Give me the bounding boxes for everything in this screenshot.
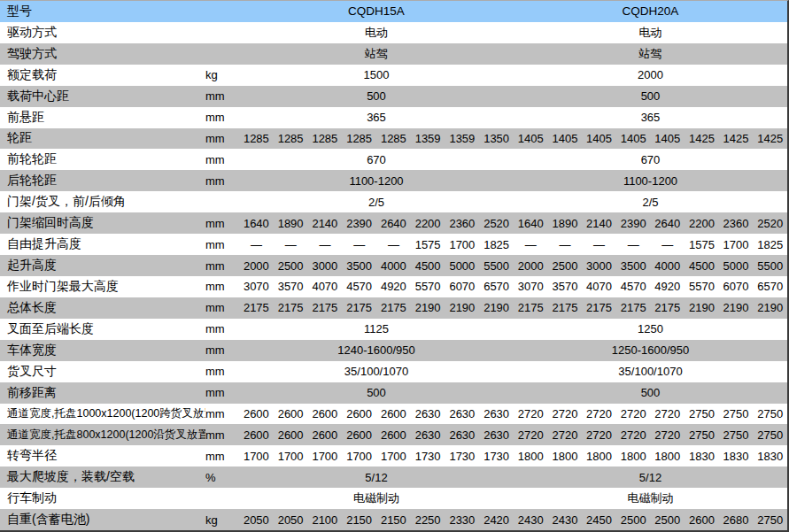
value-cell: 1640 — [514, 217, 548, 230]
value-cell: 1700 — [342, 450, 376, 463]
table-row: 车体宽度mm1240-1600/9501250-1600/950 — [0, 340, 787, 361]
value-cell: 2600 — [342, 407, 376, 420]
value-cell: 1800 — [514, 450, 548, 463]
row-label: 货叉尺寸 — [0, 364, 205, 380]
value-cell: 2520 — [753, 217, 787, 230]
value-cell: 1730 — [411, 450, 445, 463]
row-unit: mm — [205, 111, 239, 124]
values-cqdh20a: 2000 — [514, 65, 787, 86]
value-cell: 1405 — [582, 132, 616, 145]
value-cell: 1800 — [582, 450, 616, 463]
row-label: 前悬距 — [0, 110, 205, 126]
value-cell: 1405 — [548, 132, 583, 145]
value-cell: — — [651, 238, 685, 251]
table-row: 通道宽度,托盘800x1200(1200沿货叉放置)mm260026002600… — [0, 424, 787, 445]
value-cell: 1285 — [342, 132, 376, 145]
value-cell: 2000 — [514, 68, 787, 81]
row-unit: mm — [205, 343, 239, 357]
value-cell: 2630 — [445, 407, 480, 420]
spec-table: 型号 CQDH15A CQDH20A 驱动方式电动电动驾驶方式站驾站驾额定载荷k… — [0, 0, 789, 532]
value-cell: 365 — [239, 111, 514, 124]
value-cell: 2140 — [582, 217, 616, 230]
row-unit: mm — [205, 365, 239, 378]
row-unit: kg — [205, 68, 239, 81]
value-cell: — — [582, 238, 616, 251]
value-cell: 2500 — [616, 513, 651, 527]
value-cell: 5500 — [753, 259, 787, 273]
row-label: 自由提升高度 — [0, 236, 205, 252]
value-cell: 2750 — [753, 428, 787, 442]
value-cell: 2600 — [308, 428, 343, 442]
value-cell: 2600 — [308, 407, 343, 420]
value-cell: 2150 — [342, 513, 376, 527]
value-cell: 2190 — [411, 301, 445, 314]
table-row: 自由提升高度mm—————157517001825—————1575170018… — [0, 234, 787, 255]
value-cell: 2200 — [685, 217, 719, 230]
values-cqdh15a: 电动 — [239, 22, 514, 43]
row-label: 载荷中心距 — [0, 89, 205, 104]
value-cell: 2175 — [308, 301, 343, 314]
values-cqdh20a: 27202720272027202720275027502750 — [514, 404, 787, 425]
values-cqdh15a: 20002500300035004000450050005500 — [239, 255, 514, 276]
value-cell: 1830 — [753, 450, 787, 463]
value-cell: 2720 — [548, 428, 583, 442]
value-cell: 2050 — [239, 513, 274, 527]
value-cell: 2600 — [342, 428, 376, 442]
value-cell: — — [308, 238, 343, 251]
value-cell: 2390 — [616, 217, 651, 230]
value-cell: 1285 — [274, 132, 308, 145]
value-cell: — — [342, 238, 376, 251]
row-label: 门架/货叉，前/后倾角 — [0, 194, 205, 210]
value-cell: 1405 — [616, 132, 651, 145]
values-cqdh20a: 365 — [514, 107, 787, 128]
row-label: 额定载荷 — [0, 67, 205, 83]
values-cqdh15a: 670 — [239, 149, 514, 170]
value-cell: 1405 — [651, 132, 685, 145]
value-cell: 6070 — [719, 280, 754, 293]
value-cell: 2600 — [274, 428, 308, 442]
row-unit: mm — [205, 217, 239, 230]
value-cell: 2720 — [548, 407, 583, 420]
value-cell: 2175 — [376, 301, 411, 314]
values-cqdh20a: 30703570407045704920557060706570 — [514, 276, 787, 297]
row-unit: mm — [205, 301, 239, 314]
value-cell: 500 — [239, 386, 514, 399]
values-cqdh20a: 14051405140514051405142514251425 — [514, 128, 787, 150]
values-cqdh20a: 670 — [514, 149, 787, 170]
value-cell: 1425 — [753, 132, 787, 145]
table-row: 载荷中心距mm500500 — [0, 86, 787, 107]
values-cqdh20a: 500 — [514, 86, 787, 107]
values-cqdh20a: 20002500300035004000450050005500 — [514, 255, 787, 276]
value-cell: — — [239, 238, 274, 251]
value-cell: 2600 — [239, 428, 274, 442]
values-cqdh20a: 16401890214023902640220023602520 — [514, 212, 787, 234]
values-cqdh20a: 24302430245025002500260026802750 — [514, 509, 787, 530]
value-cell: 1125 — [239, 322, 514, 335]
table-row: 前悬距mm365365 — [0, 107, 787, 128]
value-cell: 2720 — [514, 407, 548, 420]
table-row: 驾驶方式站驾站驾 — [0, 43, 787, 65]
value-cell: 2600 — [685, 513, 719, 527]
value-cell: 2190 — [685, 301, 719, 314]
value-cell: 5/12 — [514, 471, 787, 484]
value-cell: 1700 — [308, 450, 343, 463]
value-cell: 500 — [239, 89, 514, 103]
values-cqdh15a: 1240-1600/950 — [239, 340, 514, 361]
value-cell: 4500 — [685, 259, 719, 273]
value-cell: 2390 — [342, 217, 376, 230]
value-cell: 2750 — [685, 407, 719, 420]
value-cell: 2600 — [239, 407, 274, 420]
table-row: 叉面至后端长度mm11251250 — [0, 319, 787, 340]
value-cell: 670 — [239, 153, 514, 166]
value-cell: 1575 — [685, 238, 719, 251]
value-cell: 1640 — [239, 217, 274, 230]
value-cell: 2720 — [616, 407, 651, 420]
value-cell: 2175 — [342, 301, 376, 314]
value-cell: 电动 — [239, 25, 514, 41]
row-unit: mm — [205, 153, 239, 166]
value-cell: 2175 — [274, 301, 308, 314]
value-cell: 2/5 — [239, 196, 514, 209]
value-cell: 2190 — [719, 301, 754, 314]
value-cell: 5000 — [445, 259, 480, 273]
value-cell: 1250 — [514, 322, 787, 335]
